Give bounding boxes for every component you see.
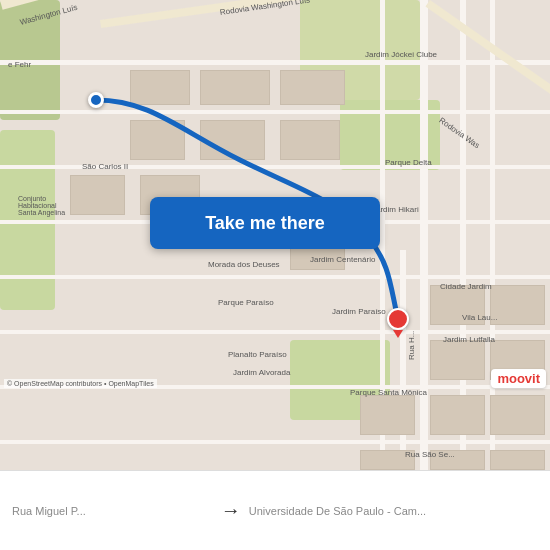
block: [200, 120, 265, 160]
block: [200, 70, 270, 105]
block: [490, 395, 545, 435]
street-label-rua-sao-se: Rua São Se...: [405, 450, 455, 459]
block: [280, 120, 340, 160]
bottom-bar: Rua Miguel P... → Universidade De São Pa…: [0, 470, 550, 550]
street-label-vila-lau: Vila Lau...: [462, 313, 497, 322]
street-label-morada: Morada dos Deuses: [208, 260, 280, 269]
block: [130, 70, 190, 105]
block: [280, 70, 345, 105]
end-marker-circle: [387, 308, 409, 330]
road-h5: [0, 275, 550, 279]
map-attribution: © OpenStreetMap contributors • OpenMapTi…: [4, 379, 157, 388]
street-label-cidade-jardim: Cidade Jardim: [440, 282, 492, 291]
street-label-jardim-paraiso: Jardim Paraíso: [332, 307, 386, 316]
street-label-jardim-alvorada: Jardim Alvorada: [233, 368, 290, 377]
road-h8: [0, 440, 550, 444]
map-container: Washington Luís Rodovia Washington Luís …: [0, 0, 550, 470]
moovit-logo: moovit: [491, 369, 546, 388]
road-v1: [420, 0, 428, 470]
street-label-parque-paraiso: Parque Paraíso: [218, 298, 274, 307]
block: [490, 450, 545, 470]
street-label-efehr: e Fehr: [8, 60, 31, 69]
street-label-conjunto: ConjuntoHabitacionalSanta Angelina: [18, 195, 65, 216]
street-label-jardim-jockey: Jardim Jóckei Clube: [365, 50, 437, 59]
end-marker: [387, 308, 409, 336]
from-location: Rua Miguel P...: [12, 505, 213, 517]
road-h6: [0, 330, 550, 334]
block: [70, 175, 125, 215]
street-label-jardim-centenario: Jardim Centenário: [310, 255, 375, 264]
end-marker-tail: [393, 330, 403, 338]
start-marker: [88, 92, 104, 108]
road-h2: [0, 110, 550, 114]
arrow-icon: →: [213, 499, 249, 522]
block: [360, 395, 415, 435]
street-label-jardim-lutfalla: Jardim Lutfalla: [443, 335, 495, 344]
street-label-parque-santa-monica: Parque Santa Mônica: [350, 388, 427, 397]
from-label: Rua Miguel P...: [12, 505, 205, 517]
block: [490, 285, 545, 325]
to-location: Universidade De São Paulo - Cam...: [249, 505, 538, 517]
street-label-planalto: Planalto Paraíso: [228, 350, 287, 359]
street-label-parque-delta: Parque Delta: [385, 158, 432, 167]
block: [430, 340, 485, 380]
to-label: Universidade De São Paulo - Cam...: [249, 505, 538, 517]
road-rua-h: [400, 250, 406, 470]
block: [130, 120, 185, 160]
block: [430, 395, 485, 435]
road-h1: [0, 60, 550, 65]
take-me-there-button[interactable]: Take me there: [150, 197, 380, 249]
street-label-sao-carlos: São Carlos II: [82, 162, 128, 171]
